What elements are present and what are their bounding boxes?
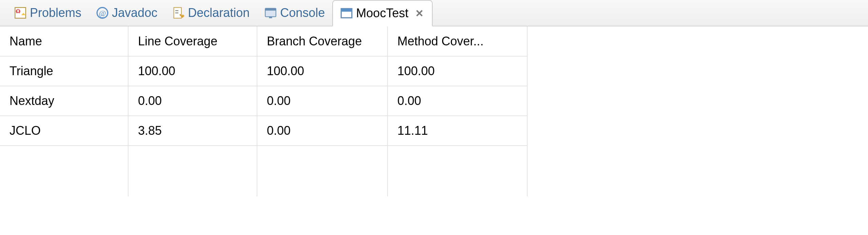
cell-line-coverage: 3.85 bbox=[128, 116, 257, 146]
declaration-icon bbox=[172, 7, 184, 19]
svg-rect-11 bbox=[341, 9, 352, 12]
cell-method-coverage: 0.00 bbox=[388, 86, 527, 116]
tab-declaration[interactable]: Declaration bbox=[165, 0, 257, 26]
svg-rect-9 bbox=[269, 17, 272, 18]
svg-rect-8 bbox=[265, 8, 276, 11]
cell-branch-coverage: 0.00 bbox=[257, 116, 388, 146]
svg-rect-2 bbox=[17, 10, 19, 12]
cell-line-coverage: 100.00 bbox=[128, 56, 257, 86]
coverage-table-container: Name Line Coverage Branch Coverage Metho… bbox=[0, 26, 868, 235]
cell-method-coverage: 100.00 bbox=[388, 56, 527, 86]
column-header-branch-coverage[interactable]: Branch Coverage bbox=[257, 26, 388, 56]
svg-text:@: @ bbox=[99, 9, 106, 18]
cell-line-coverage: 0.00 bbox=[128, 86, 257, 116]
table-row[interactable]: JCLO 3.85 0.00 11.11 bbox=[0, 116, 527, 146]
table-row[interactable]: Triangle 100.00 100.00 100.00 bbox=[0, 56, 527, 86]
console-icon bbox=[264, 7, 277, 19]
coverage-table: Name Line Coverage Branch Coverage Metho… bbox=[0, 26, 528, 196]
tab-javadoc[interactable]: @ Javadoc bbox=[89, 0, 165, 26]
column-header-name[interactable]: Name bbox=[0, 26, 128, 56]
cell-name: Triangle bbox=[0, 56, 128, 86]
table-header-row: Name Line Coverage Branch Coverage Metho… bbox=[0, 26, 527, 56]
table-empty-row bbox=[0, 146, 527, 196]
cell-name: Nextday bbox=[0, 86, 128, 116]
tab-label: Problems bbox=[30, 6, 81, 20]
tab-problems[interactable]: Problems bbox=[7, 0, 89, 26]
cell-name: JCLO bbox=[0, 116, 128, 146]
tab-label: Javadoc bbox=[112, 6, 157, 20]
column-header-line-coverage[interactable]: Line Coverage bbox=[128, 26, 257, 56]
tab-label: MoocTest bbox=[356, 6, 408, 20]
tab-label: Declaration bbox=[188, 6, 250, 20]
tab-console[interactable]: Console bbox=[257, 0, 332, 26]
view-panel: Problems @ Javadoc Declaration bbox=[0, 0, 868, 235]
svg-rect-3 bbox=[17, 13, 19, 14]
cell-branch-coverage: 0.00 bbox=[257, 86, 388, 116]
close-icon[interactable] bbox=[414, 8, 425, 18]
column-header-method-coverage[interactable]: Method Cover... bbox=[388, 26, 527, 56]
problems-icon bbox=[14, 7, 26, 19]
tab-bar: Problems @ Javadoc Declaration bbox=[0, 0, 868, 26]
table-row[interactable]: Nextday 0.00 0.00 0.00 bbox=[0, 86, 527, 116]
cell-branch-coverage: 100.00 bbox=[257, 56, 388, 86]
mooctest-icon bbox=[340, 7, 353, 19]
tab-label: Console bbox=[280, 6, 325, 20]
tab-mooctest[interactable]: MoocTest bbox=[332, 0, 433, 26]
cell-method-coverage: 11.11 bbox=[388, 116, 527, 146]
javadoc-icon: @ bbox=[96, 7, 108, 19]
